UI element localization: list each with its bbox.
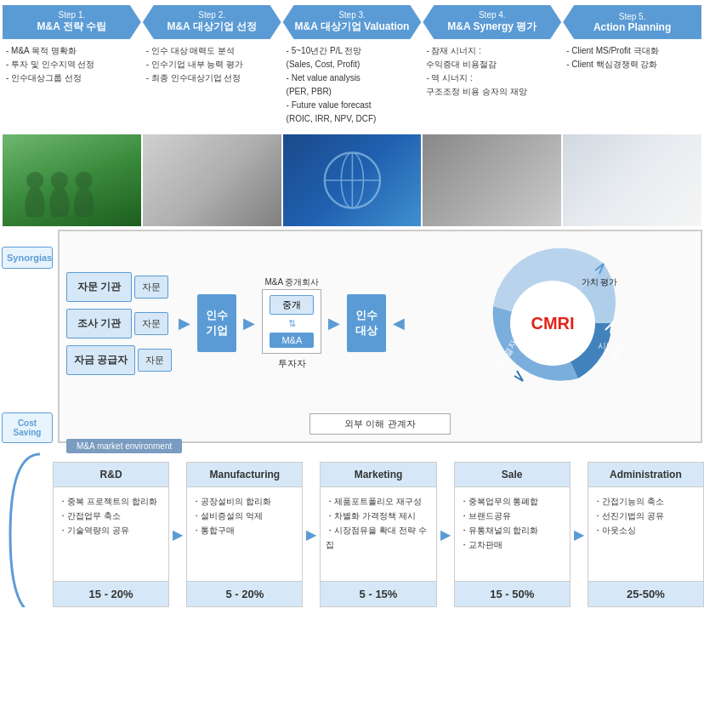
broker-col: M&A 중개회사 중개 ⇅ M&A 투자자 xyxy=(262,238,321,408)
org-box-2: 조사 기관 xyxy=(66,309,132,338)
step-3-num: Step 3. xyxy=(338,10,366,20)
step-2-b3: - 최종 인수대상기업 선정 xyxy=(146,71,278,85)
step-3-b3: - Net value analysis xyxy=(287,71,418,85)
step-3-b6: (ROIC, IRR, NPV, DCF) xyxy=(287,112,418,126)
left-arrow-icon: ◀ xyxy=(393,314,405,333)
arrow-right-icon-2: ▶ xyxy=(306,526,316,543)
photo-2 xyxy=(143,134,281,226)
step-1-content: - M&A 목적 명확화 - 투자 및 인수지역 선정 - 인수대상그룹 선정 xyxy=(3,39,141,120)
org-box-1: 자문 기관 xyxy=(66,272,132,302)
step-5-b1: - Client MS/Profit 극대화 xyxy=(566,44,698,58)
col-rd-content: ・중복 프로젝트의 합리화 ・간접업무 축소 ・기술역량의 공유 xyxy=(54,487,168,581)
step-2-title: M&A 대상기업 선정 xyxy=(167,20,257,34)
step-4-b4: 구조조정 비용 승자의 재앙 xyxy=(426,85,558,99)
step-5-arrow: Step 5. Action Planning xyxy=(563,5,701,39)
svg-text:시너지: 시너지 xyxy=(598,341,623,350)
sale-b1: ・중복업무의 통폐합 xyxy=(460,494,565,509)
circular-diagram-svg: CMRI 가치 평가 시너지 창출 교사결자 xyxy=(468,238,638,408)
org-sub-2: 자문 xyxy=(134,312,168,335)
adm-b1: ・간접기능의 축소 xyxy=(593,494,698,509)
arrow-mkt-sale: ▶ xyxy=(440,462,451,607)
org-row-2: 조사 기관 자문 xyxy=(66,309,172,338)
sale-b4: ・교차판매 xyxy=(460,537,565,552)
col-mkt-content: ・제품포트폴리오 재구성 ・차별화 가격정책 제시 ・시장점유을 확대 전략 수… xyxy=(321,487,435,581)
sale-b3: ・유통채널의 합리화 xyxy=(460,523,565,537)
left-curve-arrow xyxy=(2,462,53,607)
step-3-b2: (Sales, Cost, Profit) xyxy=(287,58,418,71)
broker-box: 중개 xyxy=(270,295,314,315)
mfg-b2: ・설비증설의 억제 xyxy=(192,509,297,523)
svg-point-3 xyxy=(51,172,68,189)
step-4-b1: - 잠재 시너지 : xyxy=(426,44,558,58)
outside-row: 외부 이해 관계자 xyxy=(66,413,694,435)
photo-1 xyxy=(3,134,141,226)
right-arrow-2-icon: ▶ xyxy=(243,314,255,333)
middle-wrapper: Synorgias Cost Saving 자문 기관 자문 조사 기관 xyxy=(0,230,704,443)
svg-text:CMRI: CMRI xyxy=(531,314,575,333)
up-down-arrows: ⇅ xyxy=(288,318,296,329)
arrow-col-2: ▶ xyxy=(241,238,257,408)
bottom-section: R&D ・중복 프로젝트의 합리화 ・간접업무 축소 ・기술역량의 공유 15 … xyxy=(0,462,704,607)
mfg-b1: ・공장설비의 합리화 xyxy=(192,494,297,509)
steps-arrows-row: Step 1. M&A 전략 수립 - M&A 목적 명확화 - 투자 및 인수… xyxy=(2,5,702,131)
step-5-title: Action Planning xyxy=(593,21,671,33)
org-sub-3: 자문 xyxy=(138,349,172,372)
step-3-col: Step 3. M&A 대상기업 Valuation - 5~10년간 P/L … xyxy=(283,5,422,131)
arrow-right-icon-1: ▶ xyxy=(173,526,183,543)
col-mfg-content: ・공장설비의 합리화 ・설비증설의 억제 ・통합구매 xyxy=(187,487,302,581)
broker-box-area: 중개 ⇅ M&A xyxy=(262,289,321,354)
photo-5 xyxy=(563,134,701,226)
col-adm-header: Administration xyxy=(588,463,703,487)
org-box-3: 자금 공급자 xyxy=(66,345,135,375)
arrow-rd-mfg: ▶ xyxy=(172,462,184,607)
photo-3 xyxy=(283,134,422,226)
step-3-b1: - 5~10년간 P/L 전망 xyxy=(287,44,418,58)
step-3-b5: - Future value forecast xyxy=(287,99,418,112)
svg-point-5 xyxy=(76,172,93,189)
adm-b3: ・아웃소싱 xyxy=(593,523,698,537)
col-adm-footer: 25-50% xyxy=(588,581,703,606)
col-sale-header: Sale xyxy=(455,463,570,487)
org-column: 자문 기관 자문 조사 기관 자문 자금 공급자 자문 xyxy=(66,238,172,408)
col-rd-header: R&D xyxy=(54,463,168,487)
step-3-title: M&A 대상기업 Valuation xyxy=(295,20,410,34)
ma-box: M&A xyxy=(270,333,314,348)
col-mkt-header: Marketing xyxy=(321,463,435,487)
synorgias-label: Synorgias xyxy=(2,247,53,269)
step-2-b1: - 인수 대상 매력도 분석 xyxy=(146,44,278,58)
cost-saving-label: Cost Saving xyxy=(2,412,53,443)
step-4-title: M&A Synergy 평가 xyxy=(447,20,537,34)
step-4-num: Step 4. xyxy=(479,10,506,20)
right-arrow-3-icon: ▶ xyxy=(328,314,340,333)
right-arrow-icon: ▶ xyxy=(179,314,190,333)
arrow-col-3: ▶ xyxy=(326,238,342,408)
step-5-col: Step 5. Action Planning - Client MS/Prof… xyxy=(563,5,701,131)
col-mkt: Marketing ・제품포트폴리오 재구성 ・차별화 가격정책 제시 ・시장점… xyxy=(320,462,436,607)
col-mfg-header: Manufacturing xyxy=(187,463,302,487)
step-3-b4: (PER, PBR) xyxy=(287,85,418,99)
col-sale-content: ・중복업무의 통폐합 ・브랜드공유 ・유통채널의 합리화 ・교차판매 xyxy=(455,487,570,581)
outside-label: 외부 이해 관계자 xyxy=(309,413,450,435)
diagram-inner: 자문 기관 자문 조사 기관 자문 자금 공급자 자문 xyxy=(66,238,694,408)
step-4-col: Step 4. M&A Synergy 평가 - 잠재 시너지 : 수익증대 비… xyxy=(423,5,561,131)
svg-point-4 xyxy=(74,186,94,217)
ma-broker-label: M&A 중개회사 xyxy=(264,276,319,287)
col-mkt-footer: 5 - 15% xyxy=(321,581,435,606)
col-rd-footer: 15 - 20% xyxy=(54,581,168,606)
rd-b1: ・중복 프로젝트의 합리화 xyxy=(59,494,163,509)
mkt-b1: ・제품포트폴리오 재구성 xyxy=(326,494,430,509)
step-4-content: - 잠재 시너지 : 수익증대 비용절감 - 역 시너지 : 구조조정 비용 승… xyxy=(423,39,561,120)
step-1-arrow: Step 1. M&A 전략 수립 xyxy=(3,5,141,39)
arrow-col-1: ▶ xyxy=(177,238,192,408)
org-row-1: 자문 기관 자문 xyxy=(66,272,172,302)
insu-daesang-col: 인수 대상 xyxy=(347,238,386,408)
step-1-b2: - 투자 및 인수지역 선정 xyxy=(6,58,138,71)
step-2-arrow: Step 2. M&A 대상기업 선정 xyxy=(143,5,281,39)
page-wrapper: Step 1. M&A 전략 수립 - M&A 목적 명확화 - 투자 및 인수… xyxy=(0,0,704,607)
step-2-content: - 인수 대상 매력도 분석 - 인수기업 내부 능력 평가 - 최종 인수대상… xyxy=(143,39,281,120)
svg-text:창출: 창출 xyxy=(602,351,619,361)
rd-b2: ・간접업무 축소 xyxy=(59,509,163,523)
col-mfg-footer: 5 - 20% xyxy=(187,581,302,606)
arrow-sale-adm: ▶ xyxy=(573,462,585,607)
step-5-b2: - Client 핵심경쟁력 강화 xyxy=(566,58,698,71)
